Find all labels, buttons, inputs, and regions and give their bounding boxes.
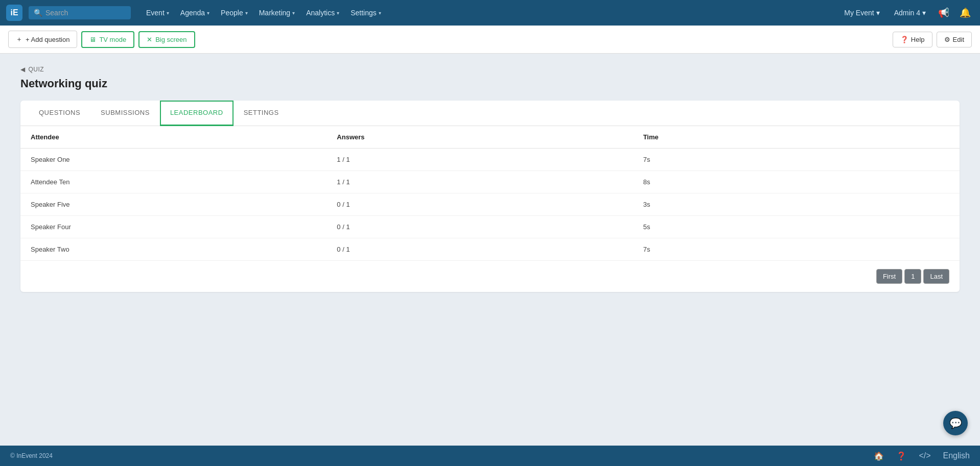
expand-icon: ✕ bbox=[147, 36, 152, 43]
my-event-dropdown[interactable]: My Event ▾ bbox=[839, 6, 884, 20]
table-row: Speaker Four 0 / 1 5s bbox=[20, 216, 960, 238]
last-page-button[interactable]: Last bbox=[923, 269, 949, 284]
nav-item-analytics[interactable]: Analytics ▾ bbox=[301, 6, 344, 20]
table-body: Speaker One 1 / 1 7s Attendee Ten 1 / 1 … bbox=[20, 149, 960, 260]
question-icon[interactable]: ❓ bbox=[896, 451, 906, 461]
table-row: Speaker One 1 / 1 7s bbox=[20, 149, 960, 171]
table-row: Speaker Two 0 / 1 7s bbox=[20, 238, 960, 260]
code-icon[interactable]: </> bbox=[919, 451, 930, 460]
big-screen-button[interactable]: ✕ Big screen bbox=[138, 31, 195, 48]
search-input[interactable] bbox=[45, 9, 126, 17]
time-value: 8s bbox=[643, 178, 949, 186]
notifications-icon[interactable]: 🔔 bbox=[956, 4, 974, 21]
help-icon: ❓ bbox=[900, 36, 908, 43]
chat-fab-button[interactable]: 💬 bbox=[943, 411, 968, 435]
chevron-down-icon: ▾ bbox=[245, 10, 248, 16]
chevron-down-icon: ▾ bbox=[292, 10, 295, 16]
copyright: © InEvent 2024 bbox=[10, 452, 53, 459]
answers-value: 1 / 1 bbox=[337, 156, 643, 163]
chevron-down-icon: ▾ bbox=[167, 10, 169, 16]
nav-item-event[interactable]: Event ▾ bbox=[141, 6, 174, 20]
breadcrumb-parent[interactable]: QUIZ bbox=[29, 66, 44, 73]
tab-submissions[interactable]: SUBMISSIONS bbox=[90, 101, 160, 126]
chevron-down-icon: ▾ bbox=[922, 9, 926, 17]
tv-mode-button[interactable]: 🖥 TV mode bbox=[81, 31, 134, 48]
nav-item-marketing[interactable]: Marketing ▾ bbox=[254, 6, 300, 20]
main-content: ◀ QUIZ Networking quiz QUESTIONS SUBMISS… bbox=[0, 54, 980, 446]
nav-item-settings[interactable]: Settings ▾ bbox=[345, 6, 386, 20]
settings-icon: ⚙ bbox=[944, 36, 950, 43]
footer-right: 🏠 ❓ </> English bbox=[874, 451, 970, 461]
time-value: 7s bbox=[643, 156, 949, 163]
attendee-name: Speaker Four bbox=[31, 223, 337, 231]
table-header: Attendee Answers Time bbox=[20, 126, 960, 149]
tab-bar: QUESTIONS SUBMISSIONS LEADERBOARD SETTIN… bbox=[20, 101, 960, 126]
time-value: 3s bbox=[643, 201, 949, 208]
nav-item-people[interactable]: People ▾ bbox=[216, 6, 253, 20]
table-row: Attendee Ten 1 / 1 8s bbox=[20, 171, 960, 193]
column-attendee: Attendee bbox=[31, 133, 337, 141]
search-box[interactable]: 🔍 bbox=[29, 6, 131, 19]
help-button[interactable]: ❓ Help bbox=[893, 32, 932, 47]
time-value: 5s bbox=[643, 223, 949, 231]
tv-icon: 🖥 bbox=[89, 36, 96, 43]
admin-dropdown[interactable]: Admin 4 ▾ bbox=[889, 6, 931, 20]
edit-button[interactable]: ⚙ Edit bbox=[937, 32, 972, 47]
search-icon: 🔍 bbox=[34, 9, 42, 17]
pagination: First 1 Last bbox=[20, 260, 960, 292]
top-navigation: iE 🔍 Event ▾ Agenda ▾ People ▾ Marketing… bbox=[0, 0, 980, 26]
plus-icon: ＋ bbox=[16, 35, 22, 44]
toolbar-right: ❓ Help ⚙ Edit bbox=[893, 32, 972, 47]
language-selector[interactable]: English bbox=[943, 451, 970, 460]
quiz-card: QUESTIONS SUBMISSIONS LEADERBOARD SETTIN… bbox=[20, 101, 960, 292]
answers-value: 1 / 1 bbox=[337, 178, 643, 186]
nav-right: My Event ▾ Admin 4 ▾ 📢 🔔 bbox=[839, 4, 974, 21]
footer: © InEvent 2024 🏠 ❓ </> English bbox=[0, 446, 980, 466]
tab-leaderboard[interactable]: LEADERBOARD bbox=[160, 101, 234, 126]
toolbar: ＋ + Add question 🖥 TV mode ✕ Big screen … bbox=[0, 26, 980, 54]
add-question-button[interactable]: ＋ + Add question bbox=[8, 31, 77, 48]
tab-settings[interactable]: SETTINGS bbox=[234, 101, 289, 126]
column-time: Time bbox=[643, 133, 949, 141]
table-row: Speaker Five 0 / 1 3s bbox=[20, 193, 960, 216]
breadcrumb: ◀ QUIZ bbox=[20, 66, 960, 73]
chat-icon: 💬 bbox=[949, 417, 962, 429]
first-page-button[interactable]: First bbox=[876, 269, 902, 284]
brand-logo[interactable]: iE bbox=[6, 5, 22, 21]
messages-icon[interactable]: 📢 bbox=[935, 4, 952, 21]
column-answers: Answers bbox=[337, 133, 643, 141]
time-value: 7s bbox=[643, 246, 949, 253]
chevron-down-icon: ▾ bbox=[207, 10, 209, 16]
chevron-down-icon: ▾ bbox=[876, 9, 880, 17]
nav-items: Event ▾ Agenda ▾ People ▾ Marketing ▾ An… bbox=[141, 6, 837, 20]
tab-questions[interactable]: QUESTIONS bbox=[29, 101, 90, 126]
answers-value: 0 / 1 bbox=[337, 246, 643, 253]
page-number-button[interactable]: 1 bbox=[904, 269, 921, 284]
chevron-down-icon: ▾ bbox=[379, 10, 381, 16]
attendee-name: Speaker Two bbox=[31, 246, 337, 253]
page-title: Networking quiz bbox=[20, 77, 960, 90]
breadcrumb-arrow: ◀ bbox=[20, 66, 26, 73]
chevron-down-icon: ▾ bbox=[337, 10, 339, 16]
attendee-name: Speaker Five bbox=[31, 201, 337, 208]
answers-value: 0 / 1 bbox=[337, 223, 643, 231]
answers-value: 0 / 1 bbox=[337, 201, 643, 208]
home-icon[interactable]: 🏠 bbox=[874, 451, 884, 461]
attendee-name: Speaker One bbox=[31, 156, 337, 163]
attendee-name: Attendee Ten bbox=[31, 178, 337, 186]
nav-item-agenda[interactable]: Agenda ▾ bbox=[175, 6, 215, 20]
